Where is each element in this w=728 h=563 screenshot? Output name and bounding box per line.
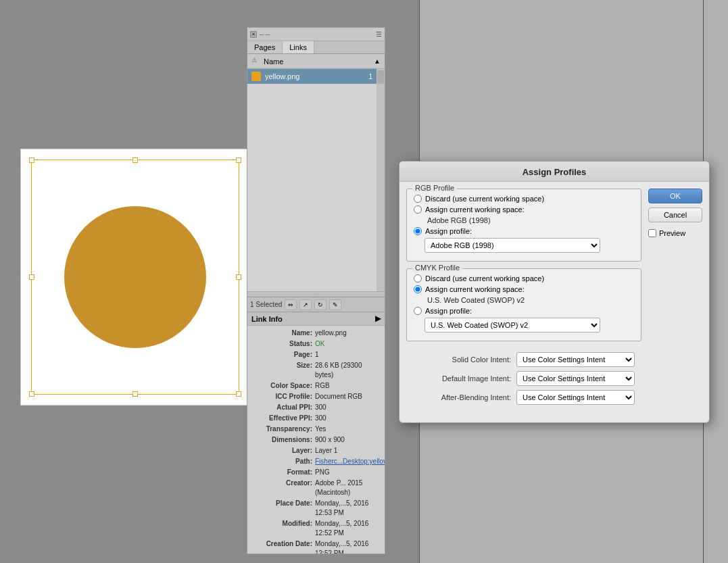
info-transparency-label: Transparency: — [251, 424, 312, 434]
cmyk-radio-assign-profile[interactable]: Assign profile: — [414, 307, 634, 315]
info-path-value[interactable]: Fisherc...Desktop:yellow.png — [315, 457, 385, 466]
info-effective-ppi-label: Effective PPI: — [251, 414, 312, 423]
cmyk-assign-profile-label: Assign profile: — [425, 307, 472, 315]
handle-tl[interactable] — [29, 157, 34, 163]
ok-button[interactable]: OK — [648, 189, 702, 203]
dialog-title: Assign Profiles — [399, 162, 709, 182]
handle-tr[interactable] — [236, 157, 241, 163]
rgb-assign-working-label: Assign current working space: — [425, 205, 525, 214]
dialog-main: RGB Profile Discard (use current working… — [406, 189, 641, 416]
edit-original-button[interactable]: ✎ — [329, 299, 341, 310]
after-blending-intent-select[interactable]: Use Color Settings Intent Perceptual Sat… — [516, 390, 635, 405]
rgb-assign-profile-radio[interactable] — [414, 227, 422, 235]
rgb-radio-assign-working[interactable]: Assign current working space: — [414, 205, 634, 214]
solid-color-intent-label: Solid Color Intent: — [413, 356, 511, 364]
update-link-button[interactable]: ↻ — [314, 299, 326, 310]
info-page-label: Page: — [251, 350, 312, 360]
rgb-profile-select-row: Adobe RGB (1998) — [424, 238, 634, 253]
cmyk-working-space-value: U.S. Web Coated (SWOP) v2 — [427, 296, 634, 304]
info-modified-value: Monday,...5, 2016 12:52 PM — [315, 519, 381, 538]
dialog-buttons: OK Cancel Preview — [648, 189, 702, 416]
handle-ml[interactable] — [29, 274, 34, 280]
warning-icon: ⚠ — [251, 57, 261, 66]
cmyk-discard-radio[interactable] — [414, 274, 422, 283]
rgb-working-space-value: Adobe RGB (1998) — [427, 216, 634, 224]
info-path-label: Path: — [251, 457, 312, 466]
link-info-header[interactable]: Link Info ▶ — [247, 312, 385, 326]
panel-close-button[interactable]: × — [250, 31, 257, 38]
info-effective-ppi-value: 300 — [315, 414, 326, 423]
handle-bl[interactable] — [29, 391, 34, 397]
panel-tabs: Pages Links — [247, 41, 385, 54]
info-icc-value: Document RGB — [315, 392, 362, 401]
rgb-discard-label: Discard (use current working space) — [425, 195, 544, 203]
preview-label: Preview — [659, 229, 685, 237]
tab-pages[interactable]: Pages — [247, 41, 283, 53]
goto-link-button[interactable]: ↗ — [299, 299, 312, 310]
info-name-label: Name: — [251, 328, 312, 338]
rgb-assign-working-radio[interactable] — [414, 205, 422, 214]
link-item-page: 1 — [368, 73, 372, 80]
info-size-value: 28.6 KB (29300 bytes) — [315, 361, 381, 380]
info-size-label: Size: — [251, 361, 312, 380]
rgb-section-title: RGB Profile — [412, 184, 457, 192]
panel-column-header: ⚠ Name ▲ — [247, 54, 385, 69]
handle-tm[interactable] — [132, 157, 138, 163]
panel-menu-button[interactable]: ☰ — [376, 30, 382, 38]
default-image-intent-row: Default Image Intent: Use Color Settings… — [413, 371, 635, 386]
link-item[interactable]: yellow.png 1 — [247, 69, 377, 84]
link-item-icon — [251, 72, 261, 81]
dialog-body: RGB Profile Discard (use current working… — [399, 182, 709, 422]
canvas-page — [20, 149, 250, 406]
rgb-radio-discard[interactable]: Discard (use current working space) — [414, 195, 634, 203]
default-image-intent-label: Default Image Intent: — [413, 374, 511, 383]
info-layer-label: Layer: — [251, 446, 312, 456]
panel-toolbar: 1 Selected ⇔ ↗ ↻ ✎ — [247, 297, 385, 312]
scroll-up-btn[interactable]: ▲ — [374, 57, 381, 65]
default-image-intent-select[interactable]: Use Color Settings Intent Perceptual Sat… — [516, 371, 635, 386]
preview-checkbox-row: Preview — [648, 229, 702, 237]
info-status-value: OK — [315, 339, 324, 349]
after-blending-intent-label: After-Blending Intent: — [413, 393, 511, 401]
rgb-radio-assign-profile[interactable]: Assign profile: — [414, 227, 634, 235]
rgb-discard-radio[interactable] — [414, 195, 422, 203]
cmyk-assign-working-label: Assign current working space: — [425, 285, 525, 293]
panel-scroll-area: yellow.png 1 — [247, 69, 385, 291]
info-actual-ppi-value: 300 — [315, 403, 326, 412]
info-dimensions-label: Dimensions: — [251, 435, 312, 445]
cmyk-profile-select[interactable]: U.S. Web Coated (SWOP) v2 — [424, 318, 600, 333]
rgb-profile-section: RGB Profile Discard (use current working… — [406, 189, 641, 262]
rgb-profile-select[interactable]: Adobe RGB (1998) — [424, 238, 600, 253]
cmyk-radio-discard[interactable]: Discard (use current working space) — [414, 274, 634, 283]
handle-bm[interactable] — [132, 391, 138, 397]
panel-bottom-scroll[interactable]: ··· — [247, 291, 385, 297]
panel-titlebar: × ─ ─ ☰ — [247, 28, 385, 41]
cmyk-discard-label: Discard (use current working space) — [425, 274, 544, 283]
info-creation-label: Creation Date: — [251, 539, 312, 554]
cmyk-assign-profile-radio[interactable] — [414, 307, 422, 315]
solid-color-intent-select[interactable]: Use Color Settings Intent Perceptual Sat… — [516, 352, 635, 367]
info-icc-label: ICC Profile: — [251, 392, 312, 401]
handle-br[interactable] — [236, 391, 241, 397]
info-format-label: Format: — [251, 468, 312, 477]
info-place-date-label: Place Date: — [251, 499, 312, 518]
relink-button[interactable]: ⇔ — [285, 299, 297, 310]
info-format-value: PNG — [315, 468, 330, 477]
preview-checkbox[interactable] — [648, 229, 656, 237]
info-page-value: 1 — [315, 350, 319, 360]
cmyk-profile-select-row: U.S. Web Coated (SWOP) v2 — [424, 318, 634, 333]
panel-scrollbar[interactable] — [377, 69, 385, 291]
tab-links[interactable]: Links — [283, 41, 314, 53]
info-transparency-value: Yes — [315, 424, 326, 434]
handle-mr[interactable] — [236, 274, 241, 280]
cmyk-radio-assign-working[interactable]: Assign current working space: — [414, 285, 634, 293]
link-info-body: Name: yellow.png Status: OK Page: 1 Size… — [247, 326, 385, 554]
info-status-label: Status: — [251, 339, 312, 349]
cmyk-assign-working-radio[interactable] — [414, 285, 422, 293]
info-modified-label: Modified: — [251, 519, 312, 538]
yellow-circle — [64, 206, 206, 348]
info-creation-value: Monday,...5, 2016 12:52 PM — [315, 539, 381, 554]
cancel-button[interactable]: Cancel — [648, 207, 702, 222]
info-name-value: yellow.png — [315, 328, 347, 338]
links-panel: × ─ ─ ☰ Pages Links ⚠ Name ▲ yellow.png … — [247, 27, 385, 554]
